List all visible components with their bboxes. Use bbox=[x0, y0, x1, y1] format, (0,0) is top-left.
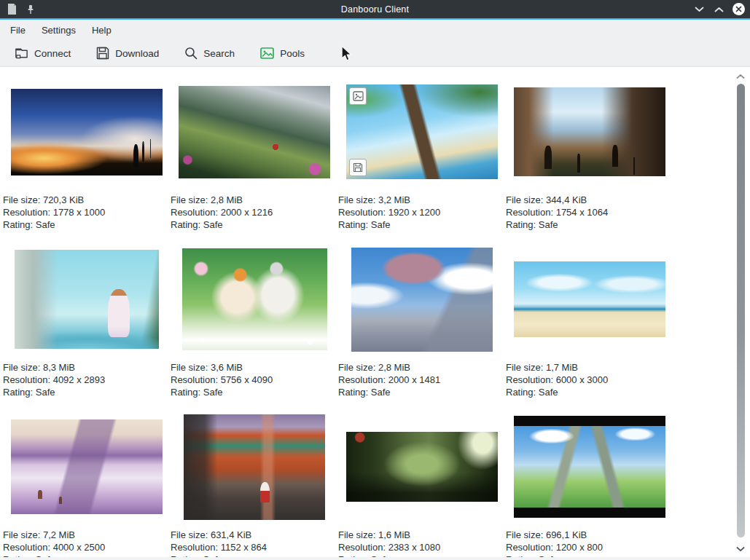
rating-text: Rating: Safe bbox=[3, 386, 171, 398]
pools-label: Pools bbox=[280, 48, 305, 59]
danbooru-client-window: { "theme": { "titlebar_bg": "#30353a", "… bbox=[0, 0, 750, 560]
post-grid: File size: 720,3 KiB Resolution: 1778 x … bbox=[3, 67, 750, 557]
thumbnail-area bbox=[506, 70, 673, 194]
vertical-scrollbar[interactable] bbox=[733, 70, 748, 556]
post-thumbnail[interactable] bbox=[514, 87, 665, 176]
post-thumbnail[interactable] bbox=[514, 416, 665, 518]
menu-file[interactable]: File bbox=[2, 21, 34, 39]
thumbnail-area bbox=[171, 70, 338, 194]
post-thumbnail[interactable] bbox=[11, 89, 163, 176]
search-button[interactable]: Search bbox=[177, 42, 241, 64]
file-size-text: File size: 720,3 KiB bbox=[3, 194, 171, 206]
post-cell: File size: 720,3 KiB Resolution: 1778 x … bbox=[3, 70, 171, 237]
post-thumbnail[interactable] bbox=[514, 261, 665, 337]
post-meta: File size: 720,3 KiB Resolution: 1778 x … bbox=[3, 194, 171, 231]
file-size-text: File size: 2,8 MiB bbox=[171, 194, 338, 206]
rating-text: Rating: Safe bbox=[506, 218, 673, 231]
menu-help[interactable]: Help bbox=[84, 21, 120, 39]
file-size-text: File size: 696,1 KiB bbox=[506, 529, 673, 541]
post-cell: File size: 7,2 MiB Resolution: 4000 x 25… bbox=[3, 405, 171, 557]
post-thumbnail[interactable] bbox=[346, 432, 498, 502]
thumbnail-area bbox=[171, 237, 338, 361]
post-cell: File size: 3,2 MiB Resolution: 1920 x 12… bbox=[338, 70, 506, 237]
post-meta: File size: 696,1 KiB Resolution: 1200 x … bbox=[506, 529, 673, 557]
file-size-text: File size: 631,4 KiB bbox=[171, 529, 338, 541]
pools-icon bbox=[259, 46, 275, 60]
view-image-button[interactable] bbox=[349, 87, 367, 105]
connect-label: Connect bbox=[34, 48, 71, 59]
resolution-text: Resolution: 2383 x 1080 bbox=[338, 541, 506, 553]
scrollbar-thumb[interactable] bbox=[737, 84, 745, 537]
resolution-text: Resolution: 6000 x 3000 bbox=[506, 374, 673, 386]
post-thumbnail[interactable] bbox=[179, 86, 330, 178]
post-cell: File size: 631,4 KiB Resolution: 1152 x … bbox=[171, 405, 338, 557]
post-cell: File size: 696,1 KiB Resolution: 1200 x … bbox=[506, 405, 673, 557]
scroll-down-arrow[interactable] bbox=[736, 545, 745, 553]
post-thumbnail[interactable] bbox=[11, 419, 163, 514]
save-image-button[interactable] bbox=[349, 159, 367, 176]
post-thumbnail[interactable] bbox=[182, 248, 327, 350]
window-bottom-edge bbox=[0, 557, 750, 560]
post-thumbnail[interactable] bbox=[184, 414, 325, 520]
post-cell: File size: 1,6 MiB Resolution: 2383 x 10… bbox=[338, 405, 506, 557]
post-thumbnail[interactable] bbox=[351, 248, 493, 352]
rating-text: Rating: Safe bbox=[3, 218, 171, 231]
post-meta: File size: 7,2 MiB Resolution: 4000 x 25… bbox=[3, 529, 171, 557]
thumbnail-area bbox=[338, 237, 506, 361]
menubar: File Settings Help bbox=[0, 20, 750, 40]
post-meta: File size: 8,3 MiB Resolution: 4092 x 28… bbox=[3, 361, 171, 398]
post-meta: File size: 631,4 KiB Resolution: 1152 x … bbox=[171, 529, 338, 557]
thumbnail-area bbox=[338, 70, 506, 194]
file-size-text: File size: 1,7 MiB bbox=[506, 361, 673, 374]
download-label: Download bbox=[115, 48, 159, 59]
file-size-text: File size: 2,8 MiB bbox=[338, 361, 506, 374]
post-cell: File size: 344,4 KiB Resolution: 1754 x … bbox=[506, 70, 673, 237]
thumbnail-area bbox=[3, 237, 171, 361]
file-size-text: File size: 3,6 MiB bbox=[171, 361, 338, 374]
file-size-text: File size: 3,2 MiB bbox=[338, 194, 506, 206]
post-cell: File size: 2,8 MiB Resolution: 2000 x 12… bbox=[171, 70, 338, 237]
resolution-text: Resolution: 1152 x 864 bbox=[171, 541, 338, 553]
post-meta: File size: 3,6 MiB Resolution: 5756 x 40… bbox=[171, 361, 338, 398]
pin-icon[interactable] bbox=[24, 3, 37, 16]
window-title: Danbooru Client bbox=[0, 4, 750, 15]
thumbnail-area bbox=[3, 405, 171, 529]
rating-text: Rating: Safe bbox=[171, 218, 338, 231]
file-size-text: File size: 8,3 MiB bbox=[3, 361, 171, 374]
maximize-button[interactable] bbox=[712, 3, 725, 16]
resolution-text: Resolution: 1778 x 1000 bbox=[3, 206, 171, 218]
titlebar[interactable]: Danbooru Client bbox=[0, 0, 750, 18]
rating-text: Rating: Safe bbox=[171, 386, 338, 398]
pools-button[interactable]: Pools bbox=[253, 42, 311, 64]
rating-text: Rating: Safe bbox=[338, 218, 506, 231]
toolbar: Connect Download Search Pools bbox=[0, 40, 750, 67]
post-meta: File size: 2,8 MiB Resolution: 2000 x 14… bbox=[338, 361, 506, 398]
resolution-text: Resolution: 1754 x 1064 bbox=[506, 206, 673, 218]
connect-icon bbox=[14, 46, 29, 60]
rating-text: Rating: Safe bbox=[338, 386, 506, 398]
resolution-text: Resolution: 2000 x 1481 bbox=[338, 374, 506, 386]
post-meta: File size: 1,6 MiB Resolution: 2383 x 10… bbox=[338, 529, 506, 557]
resolution-text: Resolution: 2000 x 1216 bbox=[171, 206, 338, 218]
post-meta: File size: 344,4 KiB Resolution: 1754 x … bbox=[506, 194, 673, 231]
search-label: Search bbox=[203, 48, 235, 59]
thumbnail-area bbox=[506, 237, 673, 361]
resolution-text: Resolution: 4092 x 2893 bbox=[3, 374, 171, 386]
thumbnail-area bbox=[338, 405, 506, 529]
post-thumbnail[interactable] bbox=[15, 250, 159, 349]
menu-settings[interactable]: Settings bbox=[34, 21, 84, 39]
scroll-up-arrow[interactable] bbox=[736, 72, 745, 81]
download-button[interactable]: Download bbox=[89, 42, 165, 64]
post-meta: File size: 1,7 MiB Resolution: 6000 x 30… bbox=[506, 361, 673, 398]
connect-button[interactable]: Connect bbox=[7, 42, 77, 64]
post-cell: File size: 2,8 MiB Resolution: 2000 x 14… bbox=[338, 237, 506, 405]
post-thumbnail[interactable] bbox=[346, 84, 498, 179]
minimize-button[interactable] bbox=[692, 3, 706, 16]
file-size-text: File size: 344,4 KiB bbox=[506, 194, 673, 206]
post-cell: File size: 3,6 MiB Resolution: 5756 x 40… bbox=[171, 237, 338, 405]
thumbnail-area bbox=[506, 405, 673, 529]
resolution-text: Resolution: 1920 x 1200 bbox=[338, 206, 506, 218]
file-size-text: File size: 7,2 MiB bbox=[3, 529, 171, 541]
post-list-view: File size: 720,3 KiB Resolution: 1778 x … bbox=[0, 67, 750, 557]
close-button[interactable] bbox=[732, 3, 745, 16]
